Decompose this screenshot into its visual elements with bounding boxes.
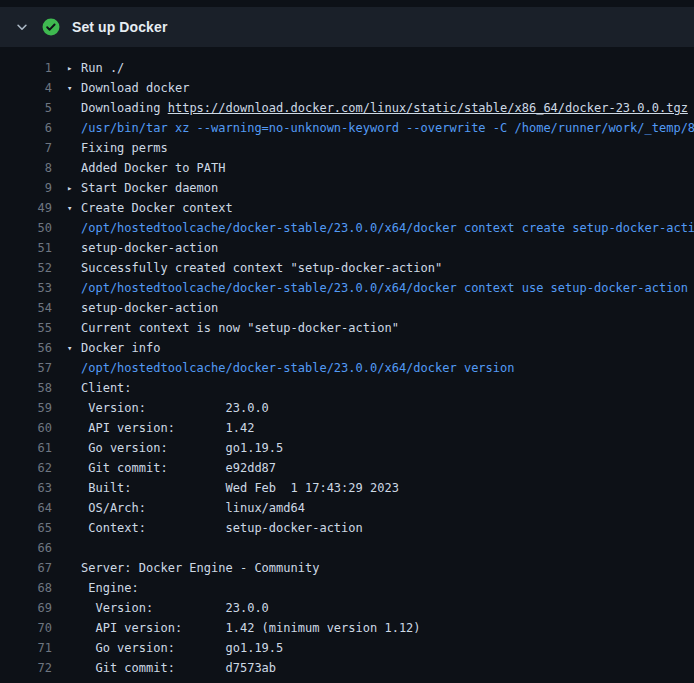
log-line: 59 Version: 23.0.0	[0, 398, 694, 418]
line-number[interactable]: 4	[0, 78, 67, 98]
line-number[interactable]: 66	[0, 538, 67, 558]
log-text: Docker info	[81, 338, 160, 358]
log-line: 9 ▸ Start Docker daemon	[0, 178, 694, 198]
group-toggle-icon[interactable]: ▸	[67, 58, 81, 78]
group-toggle-icon	[67, 238, 81, 258]
group-toggle-icon	[67, 98, 81, 118]
group-toggle-icon	[67, 118, 81, 138]
log-text: Fixing perms	[81, 138, 168, 158]
log-line: 1 ▸ Run ./	[0, 58, 694, 78]
line-number[interactable]: 61	[0, 438, 67, 458]
log-text: setup-docker-action	[81, 238, 218, 258]
line-number[interactable]: 8	[0, 158, 67, 178]
log-line: 69 Version: 23.0.0	[0, 598, 694, 618]
group-toggle-icon	[67, 218, 81, 238]
log-line: 70 API version: 1.42 (minimum version 1.…	[0, 618, 694, 638]
log-text: Added Docker to PATH	[81, 158, 226, 178]
log-text: /usr/bin/tar xz --warning=no-unknown-key…	[81, 118, 694, 138]
line-number[interactable]: 62	[0, 458, 67, 478]
log-line: 5 Downloading https://download.docker.co…	[0, 98, 694, 118]
group-toggle-icon	[67, 278, 81, 298]
line-number[interactable]: 68	[0, 578, 67, 598]
log-text: Git commit: e92dd87	[81, 458, 276, 478]
line-number[interactable]: 63	[0, 478, 67, 498]
log-line: 55 Current context is now "setup-docker-…	[0, 318, 694, 338]
group-toggle-icon	[67, 418, 81, 438]
line-number[interactable]: 71	[0, 638, 67, 658]
line-number[interactable]: 9	[0, 178, 67, 198]
group-toggle-icon[interactable]: ▾	[67, 198, 81, 218]
line-number[interactable]: 6	[0, 118, 67, 138]
log-line: 52 Successfully created context "setup-d…	[0, 258, 694, 278]
group-toggle-icon[interactable]: ▸	[67, 178, 81, 198]
log-text: Successfully created context "setup-dock…	[81, 258, 442, 278]
group-toggle-icon	[67, 378, 81, 398]
log-text: Git commit: d7573ab	[81, 658, 276, 678]
log-line: 71 Go version: go1.19.5	[0, 638, 694, 658]
log-text: Client:	[81, 378, 132, 398]
line-number[interactable]: 49	[0, 198, 67, 218]
line-number[interactable]: 50	[0, 218, 67, 238]
log-text: API version: 1.42	[81, 418, 254, 438]
log-line: 65 Context: setup-docker-action	[0, 518, 694, 538]
line-number[interactable]: 72	[0, 658, 67, 678]
group-toggle-icon	[67, 158, 81, 178]
step-header[interactable]: Set up Docker	[0, 7, 694, 47]
log-text: setup-docker-action	[81, 298, 218, 318]
group-toggle-icon	[67, 638, 81, 658]
line-number[interactable]: 56	[0, 338, 67, 358]
line-number[interactable]: 70	[0, 618, 67, 638]
step-title: Set up Docker	[72, 19, 167, 35]
line-number[interactable]: 69	[0, 598, 67, 618]
line-number[interactable]: 58	[0, 378, 67, 398]
line-number[interactable]: 65	[0, 518, 67, 538]
line-number[interactable]: 57	[0, 358, 67, 378]
group-toggle-icon	[67, 398, 81, 418]
group-toggle-icon[interactable]: ▾	[67, 78, 81, 98]
group-toggle-icon	[67, 578, 81, 598]
log-text: Downloading https://download.docker.com/…	[81, 98, 688, 118]
log-text: Start Docker daemon	[81, 178, 218, 198]
line-number[interactable]: 59	[0, 398, 67, 418]
log-line: 66	[0, 538, 694, 558]
log-line: 6 /usr/bin/tar xz --warning=no-unknown-k…	[0, 118, 694, 138]
log-text: Context: setup-docker-action	[81, 518, 363, 538]
log-lines: 1 ▸ Run ./ 4 ▾ Download docker 5 Downloa…	[0, 47, 694, 678]
log-text: Go version: go1.19.5	[81, 438, 283, 458]
log-line: 49 ▾ Create Docker context	[0, 198, 694, 218]
chevron-down-icon[interactable]	[14, 19, 30, 35]
line-number[interactable]: 67	[0, 558, 67, 578]
group-toggle-icon	[67, 538, 81, 558]
log-line: 63 Built: Wed Feb 1 17:43:29 2023	[0, 478, 694, 498]
log-text: API version: 1.42 (minimum version 1.12)	[81, 618, 421, 638]
log-text: /opt/hostedtoolcache/docker-stable/23.0.…	[81, 218, 694, 238]
line-number[interactable]: 51	[0, 238, 67, 258]
log-text-prefix: Downloading	[81, 101, 168, 115]
log-line: 8 Added Docker to PATH	[0, 158, 694, 178]
log-text: Download docker	[81, 78, 189, 98]
line-number[interactable]: 52	[0, 258, 67, 278]
log-link[interactable]: https://download.docker.com/linux/static…	[168, 101, 688, 115]
line-number[interactable]: 7	[0, 138, 67, 158]
log-text: OS/Arch: linux/amd64	[81, 498, 305, 518]
group-toggle-icon	[67, 658, 81, 678]
line-number[interactable]: 60	[0, 418, 67, 438]
line-number[interactable]: 55	[0, 318, 67, 338]
line-number[interactable]: 1	[0, 58, 67, 78]
log-text: Version: 23.0.0	[81, 598, 269, 618]
group-toggle-icon	[67, 358, 81, 378]
group-toggle-icon[interactable]: ▾	[67, 338, 81, 358]
line-number[interactable]: 64	[0, 498, 67, 518]
log-line: 53 /opt/hostedtoolcache/docker-stable/23…	[0, 278, 694, 298]
line-number[interactable]: 54	[0, 298, 67, 318]
line-number[interactable]: 53	[0, 278, 67, 298]
log-text: Engine:	[81, 578, 139, 598]
log-text: Server: Docker Engine - Community	[81, 558, 319, 578]
log-text: Built: Wed Feb 1 17:43:29 2023	[81, 478, 399, 498]
line-number[interactable]: 5	[0, 98, 67, 118]
log-line: 62 Git commit: e92dd87	[0, 458, 694, 478]
log-line: 72 Git commit: d7573ab	[0, 658, 694, 678]
log-line: 54 setup-docker-action	[0, 298, 694, 318]
success-check-icon	[42, 18, 60, 36]
group-toggle-icon	[67, 318, 81, 338]
